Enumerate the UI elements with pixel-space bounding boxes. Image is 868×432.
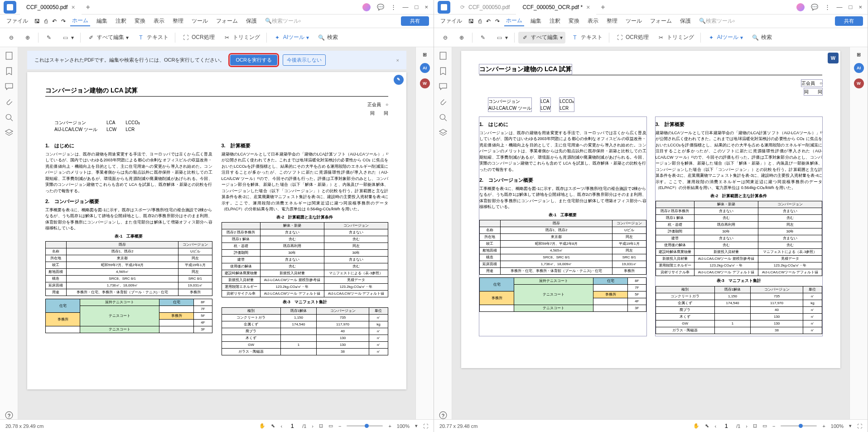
search-button[interactable]: 🔍検索 xyxy=(748,32,775,44)
keywords[interactable]: コンバージョンAIJ-LCA/LCW ツール LCALCW LCCO₂LCR xyxy=(488,98,822,112)
word-badge-icon[interactable]: W xyxy=(854,78,864,88)
text-block[interactable]: 3. 計算概要 建築物のLCAツールとして日本建築学会の「建物のLCA計算ソフト… xyxy=(656,117,823,336)
zoom-in-button[interactable]: ⊕ xyxy=(21,32,34,44)
fit-page-icon[interactable]: ▭ xyxy=(328,423,333,429)
search-panel-icon[interactable] xyxy=(439,113,447,121)
message-icon[interactable]: 💬 xyxy=(377,4,384,10)
shape-button[interactable]: ▭▾ xyxy=(492,32,511,44)
share-button[interactable]: 共有 xyxy=(835,16,863,26)
zoom-slider[interactable] xyxy=(781,425,817,427)
ai-tools-button[interactable]: ✦AIツール▾ xyxy=(270,32,312,44)
layers-icon[interactable] xyxy=(5,129,13,137)
print-icon[interactable]: ⎙ xyxy=(478,18,482,24)
menu-convert[interactable]: 変換 xyxy=(567,16,581,26)
prev-page-icon[interactable]: ‹ xyxy=(280,423,282,429)
fit-page-icon[interactable]: ▭ xyxy=(762,423,767,429)
close-window-icon[interactable]: × xyxy=(858,4,862,10)
message-icon[interactable]: 💬 xyxy=(811,4,818,10)
ocr-button[interactable]: ⛶OCR処理 xyxy=(613,32,651,44)
word-export-icon[interactable]: W xyxy=(828,53,839,63)
zoom-out-icon[interactable]: − xyxy=(772,423,775,429)
avatar-icon[interactable] xyxy=(362,3,371,11)
menu-organize[interactable]: 整理 xyxy=(171,16,185,26)
minimize-icon[interactable]: — xyxy=(837,4,843,10)
select-tool-icon[interactable]: ⬉ xyxy=(271,423,275,429)
thumbnails-icon[interactable] xyxy=(5,52,13,60)
hand-tool-icon[interactable]: ✋ xyxy=(259,423,265,429)
trim-button[interactable]: ✂トリミング xyxy=(220,32,263,44)
page-input[interactable] xyxy=(288,422,297,429)
fit-width-icon[interactable]: ⊡ xyxy=(753,423,757,429)
page-input[interactable] xyxy=(722,422,731,429)
ai-badge-icon[interactable]: AI xyxy=(854,63,864,73)
menu-view[interactable]: 表示 xyxy=(152,16,166,26)
zoom-out-icon[interactable]: − xyxy=(338,423,341,429)
menu-search[interactable]: 🔍検索ツール› xyxy=(263,16,303,26)
new-tab-button[interactable]: + xyxy=(82,3,95,11)
close-icon[interactable]: × xyxy=(71,4,75,11)
zoom-in-button[interactable]: ⊕ xyxy=(455,32,468,44)
zoom-in-icon[interactable]: + xyxy=(388,423,391,429)
prev-page-icon[interactable]: ‹ xyxy=(714,423,716,429)
search-panel-icon[interactable] xyxy=(5,113,13,121)
print-icon[interactable]: ⎙ xyxy=(44,18,48,24)
undo-icon[interactable]: ↶ xyxy=(52,18,57,24)
menu-forms[interactable]: フォーム xyxy=(648,16,674,26)
menu-file[interactable]: ファイル xyxy=(439,16,464,26)
hand-tool-icon[interactable]: ✋ xyxy=(693,423,699,429)
menu-annotate[interactable]: 注釈 xyxy=(114,16,128,26)
zoom-slider[interactable] xyxy=(347,425,383,427)
tab-inactive[interactable]: ⟳ CCF_000050.pdf xyxy=(454,0,516,15)
avatar-icon[interactable] xyxy=(796,3,805,11)
zoom-in-icon[interactable]: + xyxy=(822,423,825,429)
run-ocr-button[interactable]: OCRを実行する xyxy=(230,55,277,65)
menu-organize[interactable]: 整理 xyxy=(605,16,619,26)
banner-close-icon[interactable]: × xyxy=(396,58,399,63)
document-area[interactable]: これはスキャンされたPDFです。編集や検索を行うには、OCRを実行してください。… xyxy=(18,47,415,419)
text-button[interactable]: Tテキスト xyxy=(568,32,605,44)
comment-icon[interactable] xyxy=(5,83,13,91)
menu-tools[interactable]: ツール xyxy=(190,16,210,26)
help-icon[interactable]: ? xyxy=(5,411,13,419)
trim-button[interactable]: ✂トリミング xyxy=(654,32,697,44)
save-icon[interactable]: 🖫 xyxy=(34,18,40,24)
fullscreen-icon[interactable]: ⛶ xyxy=(857,423,862,429)
author[interactable]: 同 同 xyxy=(479,88,822,95)
highlight-button[interactable]: ✎ xyxy=(476,32,490,44)
menu-search[interactable]: 🔍検索ツール› xyxy=(697,16,737,26)
attachment-icon[interactable] xyxy=(439,98,447,106)
search-button[interactable]: 🔍検索 xyxy=(314,32,341,44)
menu-protect[interactable]: 保護 xyxy=(678,16,693,26)
doc-title[interactable]: コンバージョン建物の LCA 試算 xyxy=(479,64,822,75)
redo-icon[interactable]: ↷ xyxy=(61,18,66,24)
menu-convert[interactable]: 変換 xyxy=(133,16,147,26)
dismiss-banner-button[interactable]: 今後表示しない xyxy=(283,54,326,66)
undo-icon[interactable]: ↶ xyxy=(486,18,491,24)
app-icon[interactable] xyxy=(4,1,16,14)
bookmark-icon[interactable] xyxy=(5,67,13,75)
tab-active[interactable]: CCF_000050_OCR.pdf * × xyxy=(516,0,596,15)
menu-protect[interactable]: 保護 xyxy=(244,16,259,26)
next-page-icon[interactable]: › xyxy=(312,423,313,429)
fit-width-icon[interactable]: ⊡ xyxy=(319,423,323,429)
maximize-icon[interactable]: □ xyxy=(415,4,419,10)
menu-annotate[interactable]: 注釈 xyxy=(548,16,562,26)
zoom-out-button[interactable]: ⊖ xyxy=(5,32,18,44)
next-page-icon[interactable]: › xyxy=(746,423,747,429)
thumbnails-icon[interactable] xyxy=(439,52,447,60)
ai-tools-button[interactable]: ✦AIツール▾ xyxy=(704,32,746,44)
redo-icon[interactable]: ↷ xyxy=(495,18,500,24)
save-icon[interactable]: 🖫 xyxy=(468,18,474,24)
bookmark-icon[interactable] xyxy=(439,67,447,75)
app-icon[interactable] xyxy=(438,1,450,14)
attachment-icon[interactable] xyxy=(5,98,13,106)
maximize-icon[interactable]: □ xyxy=(849,4,853,10)
menu-home[interactable]: ホーム xyxy=(504,16,524,26)
ai-badge-icon[interactable]: AI xyxy=(420,63,430,73)
author[interactable]: 正会員 ○ xyxy=(479,80,822,87)
edit-all-button[interactable]: ✐すべて編集▾ xyxy=(518,32,565,44)
fullscreen-icon[interactable]: ⛶ xyxy=(423,423,428,429)
menu-view[interactable]: 表示 xyxy=(586,16,600,26)
menu-file[interactable]: ファイル xyxy=(5,16,30,26)
menu-icon[interactable]: ⋮ xyxy=(391,4,396,10)
